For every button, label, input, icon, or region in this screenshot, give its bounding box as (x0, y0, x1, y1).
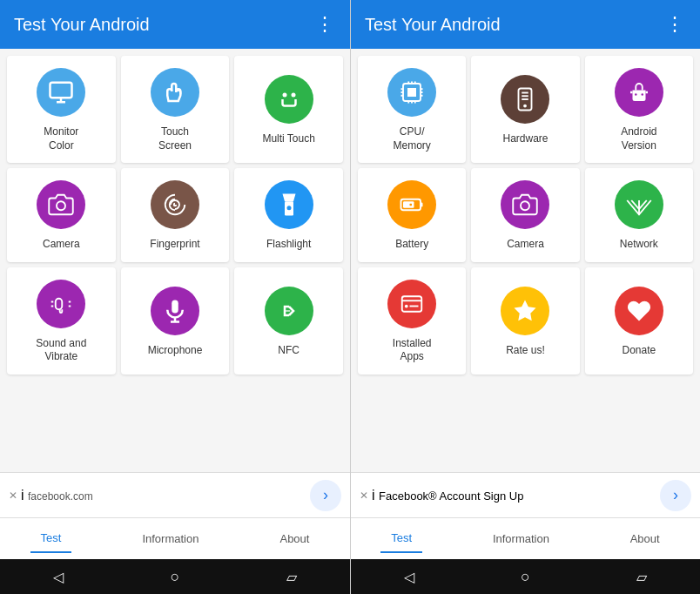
multi-touch-label: Multi Touch (262, 132, 314, 146)
list-item[interactable]: Sound andVibrate (7, 267, 116, 375)
ad-banner-left: ✕ i facebook.com › (0, 472, 350, 517)
camera-icon-left (37, 180, 85, 229)
camera-label-left: Camera (43, 238, 80, 252)
ad-banner-right: ✕ i Facebook® Account Sign Up › (351, 472, 700, 517)
ad-arrow-right[interactable]: › (660, 480, 691, 511)
menu-icon-left[interactable]: ⋮ (315, 13, 336, 36)
svg-point-29 (405, 304, 408, 307)
list-item[interactable]: Battery (358, 168, 466, 262)
nav-info-right[interactable]: Information (482, 525, 560, 552)
nav-about-left[interactable]: About (269, 525, 320, 552)
content-right: CPU/Memory Hardware AndroidVersion (351, 49, 700, 472)
menu-icon-right[interactable]: ⋮ (665, 13, 686, 36)
donate-label: Donate (622, 344, 656, 358)
microphone-icon (151, 287, 199, 335)
donate-icon (615, 287, 663, 335)
content-left: MonitorColor TouchScreen Multi Touch (0, 49, 350, 472)
installed-apps-label: InstalledApps (393, 337, 432, 364)
list-item[interactable]: Rate us! (471, 267, 579, 375)
hardware-label: Hardware (502, 132, 548, 146)
system-nav-left (0, 559, 350, 594)
bottom-nav-left: Test Information About (0, 517, 350, 559)
recent-button-left[interactable] (286, 569, 297, 585)
nfc-icon (265, 287, 313, 335)
toolbar-left: Test Your Android ⋮ (0, 0, 350, 49)
list-item[interactable]: MonitorColor (7, 56, 116, 163)
sound-icon (37, 280, 85, 328)
installed-apps-icon (387, 280, 436, 328)
list-item[interactable]: CPU/Memory (358, 56, 466, 163)
nfc-label: NFC (278, 344, 300, 358)
ad-icon-right: i (372, 488, 375, 503)
rate-us-label: Rate us! (506, 344, 545, 358)
app-title-right: Test Your Android (365, 15, 665, 35)
network-label: Network (620, 238, 658, 252)
ad-title-right: Facebook® Account Sign Up (379, 489, 523, 503)
ad-icon-left: i (21, 488, 24, 503)
fingerprint-icon (151, 180, 199, 229)
svg-point-2 (291, 92, 295, 97)
nav-test-right[interactable]: Test (380, 524, 422, 553)
svg-point-19 (641, 93, 643, 96)
grid-right: CPU/Memory Hardware AndroidVersion (358, 56, 693, 375)
nav-test-left[interactable]: Test (30, 524, 72, 553)
ad-url-left: facebook.com (28, 490, 93, 503)
ad-close-right[interactable]: ✕ (360, 489, 368, 502)
svg-point-1 (282, 92, 286, 97)
recent-button-right[interactable] (636, 569, 647, 585)
network-icon (615, 180, 663, 229)
phone-right: Test Your Android ⋮ CPU/Memory Hardware (350, 0, 700, 594)
ad-arrow-left[interactable]: › (310, 480, 341, 511)
list-item[interactable]: TouchScreen (121, 56, 230, 163)
home-button-right[interactable] (521, 568, 530, 586)
android-version-label: AndroidVersion (621, 125, 656, 152)
list-item[interactable]: Hardware (471, 56, 579, 163)
svg-rect-10 (285, 310, 290, 311)
toolbar-right: Test Your Android ⋮ (351, 0, 700, 49)
list-item[interactable]: Flashlight (234, 168, 343, 262)
list-item[interactable]: Fingerprint (121, 168, 230, 262)
multi-touch-icon (265, 75, 313, 124)
list-item[interactable]: Network (585, 168, 693, 262)
list-item[interactable]: NFC (234, 267, 343, 375)
svg-point-17 (524, 104, 528, 107)
svg-rect-27 (402, 296, 422, 312)
svg-rect-0 (50, 83, 72, 98)
svg-point-3 (57, 201, 65, 210)
home-button-left[interactable] (171, 568, 180, 586)
svg-point-18 (635, 93, 637, 96)
monitor-color-label: MonitorColor (44, 125, 78, 152)
svg-rect-12 (407, 88, 416, 97)
hardware-icon (501, 75, 549, 124)
fingerprint-label: Fingerprint (150, 238, 199, 252)
cpu-icon (387, 68, 436, 117)
list-item[interactable]: Camera (7, 168, 116, 262)
microphone-label: Microphone (148, 344, 203, 358)
camera-icon-right (501, 180, 549, 229)
back-button-left[interactable] (53, 569, 64, 585)
monitor-color-icon (37, 68, 85, 117)
list-item[interactable]: Donate (585, 267, 693, 375)
svg-rect-7 (172, 300, 178, 313)
list-item[interactable]: Camera (471, 168, 579, 262)
list-item[interactable]: Multi Touch (234, 56, 343, 163)
svg-point-25 (521, 201, 529, 210)
bottom-nav-right: Test Information About (351, 517, 700, 559)
nav-info-left[interactable]: Information (131, 525, 209, 552)
list-item[interactable]: AndroidVersion (585, 56, 693, 163)
touch-screen-icon (151, 68, 199, 117)
list-item[interactable]: InstalledApps (358, 267, 466, 375)
svg-rect-23 (421, 203, 423, 207)
camera-label-right: Camera (507, 238, 544, 252)
rate-us-icon (501, 287, 549, 335)
app-title-left: Test Your Android (14, 15, 315, 35)
nav-about-right[interactable]: About (620, 525, 670, 552)
flashlight-icon (265, 180, 313, 229)
flashlight-label: Flashlight (266, 238, 311, 252)
battery-icon (387, 180, 436, 229)
svg-rect-24 (403, 201, 414, 208)
ad-close-left[interactable]: ✕ (9, 489, 17, 502)
list-item[interactable]: Microphone (121, 267, 230, 375)
back-button-right[interactable] (404, 569, 414, 585)
system-nav-right (351, 559, 700, 594)
